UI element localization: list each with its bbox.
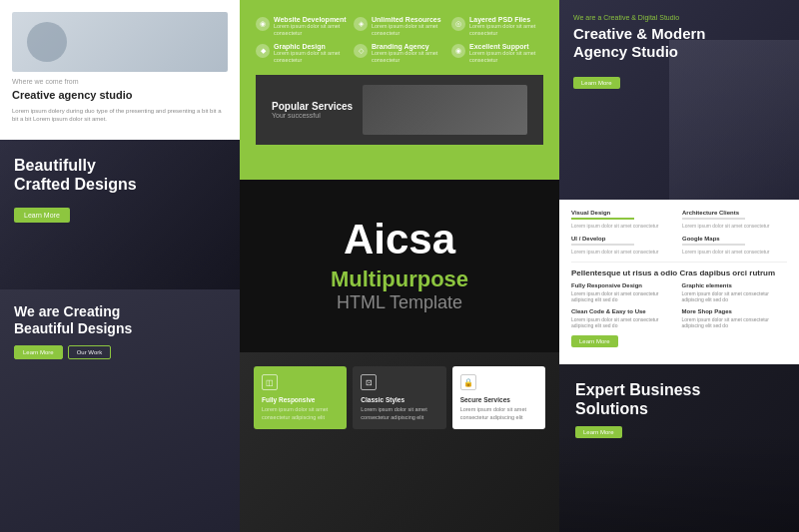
card-desc-secure: Lorem ipsum dolor sit amet consectetur a…: [460, 406, 537, 421]
card-title-responsive: Fully Responsive: [262, 396, 339, 403]
service-icon-web: ◉: [256, 17, 270, 31]
panel-features: Visual Design Lorem ipsum dolor sit amet…: [559, 200, 799, 364]
panel-beautifully-crafted: BeautifullyCrafted Designs Learn More: [0, 140, 240, 289]
right-person-photo: [669, 40, 799, 200]
strip-sub: Your successful: [272, 112, 353, 119]
features-heading: Pellentesque ut risus a odio Cras dapibu…: [571, 268, 787, 278]
services-strip: Popular Services Your successful: [256, 75, 543, 145]
feat-graphic: Graphic elements Lorem ipsum dolor sit a…: [682, 282, 788, 303]
service-text-psd: Layered PSD Files Lorem ipsum dolor sit …: [469, 16, 543, 37]
section-bar2: [682, 218, 745, 220]
card-icon-responsive: ◫: [262, 374, 278, 390]
top-right-btn[interactable]: Learn More: [573, 77, 620, 89]
panel-services: ◉ Website Development Lorem ipsum dolor …: [240, 0, 559, 180]
card-responsive: ◫ Fully Responsive Lorem ipsum dolor sit…: [254, 366, 347, 429]
features-4col: Fully Responsive Design Lorem ipsum dolo…: [571, 282, 787, 347]
features-lower: Pellentesque ut risus a odio Cras dapibu…: [571, 262, 787, 347]
hero-image-top-left: [12, 12, 228, 72]
section-bar: [571, 218, 634, 220]
service-item-web: ◉ Website Development Lorem ipsum dolor …: [256, 16, 348, 37]
bot-left-btn2[interactable]: Our Work: [68, 345, 112, 359]
right-column: We are a Creative & Digital Studio Creat…: [559, 0, 799, 532]
card-icon-classic: ⊡: [361, 374, 377, 390]
service-icon-support: ◉: [451, 44, 465, 58]
bot-left-btn1[interactable]: Learn More: [14, 345, 63, 359]
panel-brand: Aicsa Multipurpose HTML Template: [240, 180, 559, 352]
services-grid: ◉ Website Development Lorem ipsum dolor …: [256, 16, 543, 65]
top-left-body: Lorem ipsum dolery during duo type of th…: [12, 107, 228, 124]
feat-responsive: Fully Responsive Design Lorem ipsum dolo…: [571, 282, 677, 303]
service-item-unlimited: ◈ Unlimited Resources Lorem ipsum dolor …: [354, 16, 445, 37]
expert-people-photo: [559, 432, 799, 532]
mid-left-heading: BeautifullyCrafted Designs: [14, 156, 226, 194]
service-icon-branding: ◇: [354, 44, 368, 58]
section-bar3: [571, 244, 634, 246]
section-ui: UI / Develop Lorem ipsum dolor sit amet …: [571, 236, 676, 256]
center-column: ◉ Website Development Lorem ipsum dolor …: [240, 0, 559, 532]
card-classic: ⊡ Classic Styles Lorem ipsum dolor sit a…: [353, 366, 445, 429]
silhouette: [669, 40, 799, 200]
service-text-branding: Branding Agency Lorem ipsum dolor sit am…: [372, 43, 445, 64]
top-left-heading: Creative agency studio: [12, 89, 228, 101]
bot-right-heading: Expert BusinessSolutions: [575, 380, 783, 418]
brand-product: HTML Template: [337, 292, 462, 313]
brand-tagline: Multipurpose: [331, 266, 468, 292]
service-text-graphic: Graphic Design Lorem ipsum dolor sit ame…: [274, 43, 348, 64]
feat-shop: More Shop Pages Lorem ipsum dolor sit am…: [682, 308, 788, 347]
card-desc-responsive: Lorem ipsum dolor sit amet consectetur a…: [262, 406, 339, 421]
card-desc-classic: Lorem ipsum dolor sit amet consectetur a…: [361, 406, 437, 421]
service-item-support: ◉ Excellent Support Lorem ipsum dolor si…: [451, 43, 543, 64]
panel-cards: ◫ Fully Responsive Lorem ipsum dolor sit…: [240, 352, 559, 532]
top-right-label: We are a Creative & Digital Studio: [573, 14, 785, 21]
top-left-label: Where we come from: [12, 78, 228, 85]
section-google: Google Maps Lorem ipsum dolor sit amet c…: [682, 236, 787, 256]
strip-title: Popular Services: [272, 101, 353, 112]
card-icon-secure: 🔒: [460, 374, 476, 390]
mid-left-btn[interactable]: Learn More: [14, 208, 70, 223]
card-title-classic: Classic Styles: [361, 396, 437, 403]
panel-creative-agency: Where we come from Creative agency studi…: [0, 0, 240, 140]
left-column: Where we come from Creative agency studi…: [0, 0, 240, 532]
bot-left-btn-group: Learn More Our Work: [14, 345, 226, 359]
card-title-secure: Secure Services: [460, 396, 537, 403]
bot-left-heading: We are CreatingBeautiful Designs: [14, 303, 226, 337]
panel-creating-designs: We are CreatingBeautiful Designs Learn M…: [0, 289, 240, 532]
strip-image-preview: [363, 85, 527, 135]
service-item-branding: ◇ Branding Agency Lorem ipsum dolor sit …: [354, 43, 445, 64]
section-bar4: [682, 244, 745, 246]
service-text-unlimited: Unlimited Resources Lorem ipsum dolor si…: [372, 16, 445, 37]
strip-text: Popular Services Your successful: [272, 101, 353, 119]
brand-name: Aicsa: [344, 219, 455, 261]
section-visual: Visual Design Lorem ipsum dolor sit amet…: [571, 210, 676, 230]
service-item-psd: ◎ Layered PSD Files Lorem ipsum dolor si…: [451, 16, 543, 37]
panel-creative-modern: We are a Creative & Digital Studio Creat…: [559, 0, 799, 200]
card-secure: 🔒 Secure Services Lorem ipsum dolor sit …: [452, 366, 545, 429]
top-right-heading: Creative & ModernAgency Studio: [573, 25, 785, 61]
sections-grid: Visual Design Lorem ipsum dolor sit amet…: [571, 210, 787, 256]
features-btn[interactable]: Learn More: [571, 335, 618, 347]
service-text-support: Excellent Support Lorem ipsum dolor sit …: [469, 43, 543, 64]
service-icon-graphic: ◆: [256, 44, 270, 58]
cards-row: ◫ Fully Responsive Lorem ipsum dolor sit…: [240, 352, 559, 443]
service-text-web: Website Development Lorem ipsum dolor si…: [274, 16, 348, 37]
panel-expert-business: Expert BusinessSolutions Learn More: [559, 364, 799, 532]
service-icon-unlimited: ◈: [354, 17, 368, 31]
service-icon-psd: ◎: [451, 17, 465, 31]
feat-cleancode: Clean Code & Easy to Use Lorem ipsum dol…: [571, 308, 677, 347]
bot-right-btn[interactable]: Learn More: [575, 426, 622, 438]
section-arch: Architecture Clients Lorem ipsum dolor s…: [682, 210, 787, 230]
service-item-graphic: ◆ Graphic Design Lorem ipsum dolor sit a…: [256, 43, 348, 64]
